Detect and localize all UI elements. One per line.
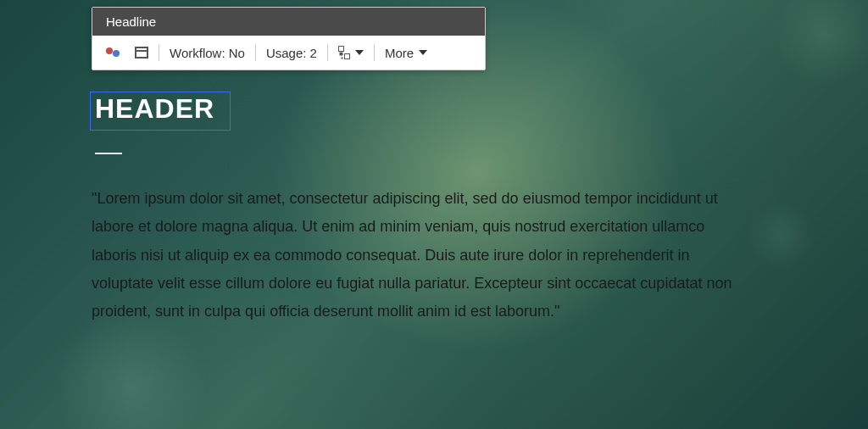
people-icon (106, 46, 121, 59)
body-paragraph[interactable]: "Lorem ipsum dolor sit amet, consectetur… (92, 185, 736, 326)
toolbar-actions: Workflow: No Usage: 2 More (92, 36, 485, 70)
tree-icon (338, 46, 350, 59)
chevron-down-icon (419, 50, 427, 55)
usage-label: Usage: 2 (266, 46, 317, 60)
usage-button[interactable]: Usage: 2 (263, 46, 320, 60)
page-header[interactable]: HEADER (95, 93, 214, 125)
divider (255, 44, 256, 61)
divider (374, 44, 375, 61)
more-dropdown[interactable]: More (381, 46, 431, 60)
toolbar-title: Headline (92, 8, 485, 36)
divider (159, 44, 159, 61)
people-button[interactable] (103, 46, 125, 59)
workflow-label: Workflow: No (170, 46, 245, 60)
more-label: More (385, 46, 414, 60)
window-button[interactable] (131, 47, 152, 58)
header-underline (95, 153, 122, 154)
divider (327, 44, 328, 61)
window-icon (135, 47, 148, 58)
tree-dropdown[interactable] (335, 46, 367, 59)
workflow-button[interactable]: Workflow: No (166, 46, 248, 60)
editor-toolbar: Headline Workflow: No Usage: 2 More (92, 7, 486, 70)
chevron-down-icon (355, 50, 364, 55)
